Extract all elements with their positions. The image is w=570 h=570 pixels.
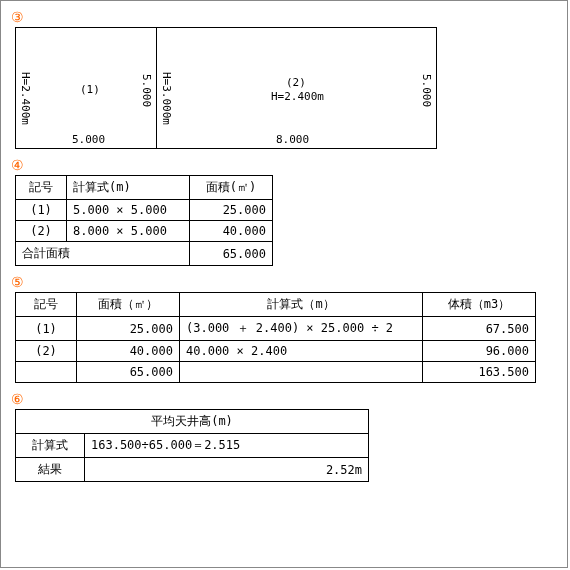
avg-title: 平均天井高(m) [16, 410, 369, 434]
avg-formula-label: 計算式 [16, 434, 85, 458]
table-row: 65.000 163.500 [16, 362, 536, 383]
avg-result-label: 結果 [16, 458, 85, 482]
diagram-left-height: H=2.400m [19, 72, 32, 125]
vol-header-volume: 体積（m3） [423, 293, 536, 317]
avg-height-table: 平均天井高(m) 計算式 163.500÷65.000＝2.515 結果 2.5… [15, 409, 369, 482]
table-row: 記号 面積（㎡） 計算式（m） 体積（m3） [16, 293, 536, 317]
floor-diagram: H=2.400m (1) 5.000 H=3.000m (2) H=2.400m… [15, 27, 437, 149]
cell: (2) [16, 221, 67, 242]
section-marker-6: ⑥ [11, 391, 557, 407]
cell: 96.000 [423, 341, 536, 362]
diagram-mid-height: H=3.000m [160, 72, 173, 125]
diagram-region-2-label: (2) [286, 76, 306, 89]
avg-formula-value: 163.500÷65.000＝2.515 [85, 434, 369, 458]
volume-table: 記号 面積（㎡） 計算式（m） 体積（m3） (1) 25.000 (3.000… [15, 292, 536, 383]
cell: 5.000 × 5.000 [67, 200, 190, 221]
cell: 163.500 [423, 362, 536, 383]
cell [16, 362, 77, 383]
cell [180, 362, 423, 383]
avg-result-value: 2.52m [85, 458, 369, 482]
diagram-left-width: 5.000 [72, 133, 105, 146]
page-container: ③ H=2.400m (1) 5.000 H=3.000m (2) H=2.40… [0, 0, 568, 568]
table-row: (2) 40.000 40.000 × 2.400 96.000 [16, 341, 536, 362]
diagram-region-1-label: (1) [80, 83, 100, 96]
cell: 40.000 [77, 341, 180, 362]
area-total-label: 合計面積 [16, 242, 190, 266]
table-row: (2) 8.000 × 5.000 40.000 [16, 221, 273, 242]
area-table: 記号 計算式(m) 面積(㎡) (1) 5.000 × 5.000 25.000… [15, 175, 273, 266]
cell: (1) [16, 200, 67, 221]
cell: (2) [16, 341, 77, 362]
table-row: (1) 25.000 (3.000 ＋ 2.400) × 25.000 ÷ 2 … [16, 317, 536, 341]
area-header-symbol: 記号 [16, 176, 67, 200]
cell: 40.000 × 2.400 [180, 341, 423, 362]
cell: (3.000 ＋ 2.400) × 25.000 ÷ 2 [180, 317, 423, 341]
cell: 40.000 [190, 221, 273, 242]
section-marker-4: ④ [11, 157, 557, 173]
area-header-area: 面積(㎡) [190, 176, 273, 200]
table-row: 合計面積 65.000 [16, 242, 273, 266]
diagram-divider [156, 28, 157, 148]
area-header-formula: 計算式(m) [67, 176, 190, 200]
diagram-left-side: 5.000 [140, 74, 153, 107]
section-marker-3: ③ [11, 9, 557, 25]
cell: 65.000 [77, 362, 180, 383]
table-row: 計算式 163.500÷65.000＝2.515 [16, 434, 369, 458]
vol-header-symbol: 記号 [16, 293, 77, 317]
vol-header-area: 面積（㎡） [77, 293, 180, 317]
cell: 67.500 [423, 317, 536, 341]
cell: 25.000 [77, 317, 180, 341]
table-row: 記号 計算式(m) 面積(㎡) [16, 176, 273, 200]
area-total-value: 65.000 [190, 242, 273, 266]
table-row: (1) 5.000 × 5.000 25.000 [16, 200, 273, 221]
diagram-right-width: 8.000 [276, 133, 309, 146]
table-row: 結果 2.52m [16, 458, 369, 482]
cell: 25.000 [190, 200, 273, 221]
section-marker-5: ⑤ [11, 274, 557, 290]
vol-header-formula: 計算式（m） [180, 293, 423, 317]
diagram-right-side: 5.000 [420, 74, 433, 107]
diagram-region-2-height: H=2.400m [271, 90, 324, 103]
cell: (1) [16, 317, 77, 341]
cell: 8.000 × 5.000 [67, 221, 190, 242]
table-row: 平均天井高(m) [16, 410, 369, 434]
